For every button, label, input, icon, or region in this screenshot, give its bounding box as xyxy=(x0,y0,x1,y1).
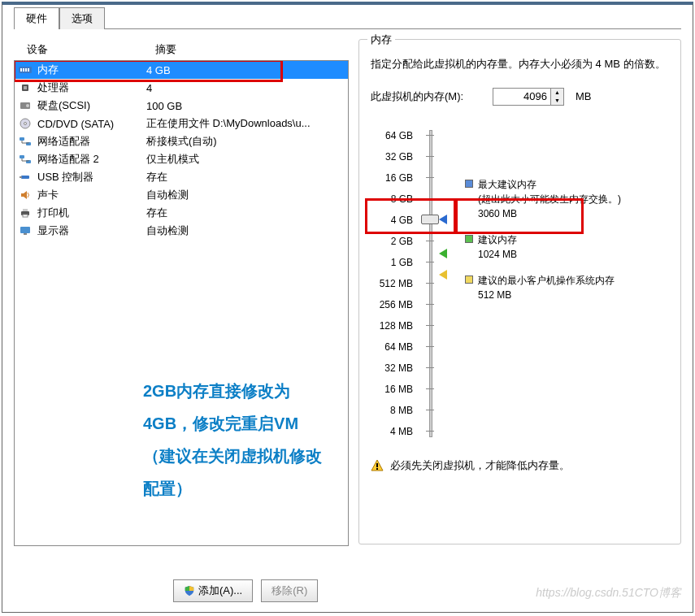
scale-label: 8 GB xyxy=(371,189,413,210)
annotation-overlay: 2GB内存直接修改为4GB，修改完重启VM（建议在关闭虚拟机修改配置） xyxy=(137,370,328,510)
device-row-net[interactable]: 网络适配器 2仅主机模式 xyxy=(15,150,348,168)
memory-unit: MB xyxy=(576,90,592,102)
scale-label: 128 MB xyxy=(371,315,413,336)
device-name: USB 控制器 xyxy=(37,170,146,184)
warning-text: 必须先关闭虚拟机，才能降低内存量。 xyxy=(390,458,570,473)
net-icon xyxy=(18,153,33,166)
memory-slider-handle[interactable] xyxy=(421,215,439,224)
legend-max-title: 最大建议内存 xyxy=(478,177,621,192)
device-summary: 100 GB xyxy=(146,100,345,112)
device-row-disk[interactable]: 硬盘(SCSI)100 GB xyxy=(15,97,348,115)
legend-square-green xyxy=(465,235,473,243)
tab-hardware[interactable]: 硬件 xyxy=(14,7,59,29)
legend-min-title: 建议的最小客户机操作系统内存 xyxy=(478,273,615,288)
device-summary: 仅主机模式 xyxy=(146,152,345,167)
watermark: https://blog.csdn.51CTO博客 xyxy=(536,586,681,601)
device-name: 打印机 xyxy=(37,206,146,220)
device-name: 硬盘(SCSI) xyxy=(37,98,146,113)
tab-options[interactable]: 选项 xyxy=(59,7,105,29)
svg-rect-25 xyxy=(376,468,378,470)
scale-label: 32 MB xyxy=(371,358,413,379)
svg-marker-17 xyxy=(21,191,27,199)
device-name: 处理器 xyxy=(37,80,146,95)
scale-tick xyxy=(426,283,434,284)
device-row-usb[interactable]: USB 控制器存在 xyxy=(15,168,348,186)
scale-label: 16 GB xyxy=(371,167,413,189)
device-summary: 存在 xyxy=(146,170,345,184)
scale-tick xyxy=(426,262,434,262)
device-summary: 4 xyxy=(146,82,345,94)
device-summary: 4 GB xyxy=(146,64,345,76)
scale-tick xyxy=(426,367,434,368)
legend-rec-value: 1024 MB xyxy=(478,247,517,262)
disk-icon xyxy=(18,99,33,112)
scale-label: 64 MB xyxy=(371,336,413,358)
svg-rect-20 xyxy=(23,215,28,217)
scale-tick xyxy=(426,135,434,136)
svg-rect-4 xyxy=(28,68,29,72)
device-row-sound[interactable]: 声卡自动检测 xyxy=(15,186,348,204)
add-button[interactable]: 添加(A)... xyxy=(173,579,253,602)
memory-input-label: 此虚拟机的内存(M): xyxy=(371,89,481,104)
scale-label: 4 GB xyxy=(371,210,413,231)
legend-square-yellow xyxy=(465,275,473,284)
scale-tick xyxy=(426,325,434,326)
scale-tick xyxy=(426,177,434,178)
device-row-printer[interactable]: 打印机存在 xyxy=(15,204,348,222)
shield-icon xyxy=(184,585,195,596)
memory-scale: 64 GB32 GB16 GB8 GB4 GB2 GB1 GB512 MB256… xyxy=(371,125,413,442)
column-device: 设备 xyxy=(27,42,155,57)
column-summary: 摘要 xyxy=(155,42,176,57)
scale-label: 1 GB xyxy=(371,252,413,273)
legend-min-value: 512 MB xyxy=(478,288,615,302)
device-list: 内存4 GB处理器4硬盘(SCSI)100 GBCD/DVD (SATA)正在使… xyxy=(14,60,349,546)
marker-max-blue xyxy=(439,215,447,227)
scale-label: 32 GB xyxy=(371,146,413,167)
spinner-down[interactable]: ▼ xyxy=(551,97,563,105)
scale-label: 4 MB xyxy=(371,421,413,442)
scale-tick xyxy=(426,346,434,347)
usb-icon xyxy=(18,171,33,184)
svg-rect-6 xyxy=(24,86,27,89)
svg-rect-21 xyxy=(20,227,30,233)
svg-rect-11 xyxy=(20,137,24,141)
device-name: CD/DVD (SATA) xyxy=(37,118,146,130)
device-row-cpu[interactable]: 处理器4 xyxy=(15,79,348,97)
svg-point-8 xyxy=(26,104,29,107)
svg-rect-3 xyxy=(25,68,27,72)
remove-button: 移除(R) xyxy=(261,579,318,602)
display-icon xyxy=(18,224,33,237)
net-icon xyxy=(18,135,33,148)
device-summary: 存在 xyxy=(146,206,345,220)
scale-tick xyxy=(426,431,434,432)
device-row-memory[interactable]: 内存4 GB xyxy=(15,61,348,79)
scale-label: 256 MB xyxy=(371,294,413,315)
device-name: 网络适配器 xyxy=(37,134,146,149)
scale-tick xyxy=(426,410,434,410)
svg-rect-16 xyxy=(20,176,22,178)
memory-spinner[interactable]: ▲ ▼ xyxy=(551,88,564,106)
scale-tick xyxy=(426,388,434,389)
svg-rect-1 xyxy=(20,68,22,72)
svg-rect-24 xyxy=(376,463,378,467)
scale-label: 8 MB xyxy=(371,400,413,421)
svg-rect-13 xyxy=(20,155,24,158)
memory-slider-track[interactable] xyxy=(419,125,441,442)
memory-description: 指定分配给此虚拟机的内存量。内存大小必须为 4 MB 的倍数。 xyxy=(371,56,669,73)
spinner-up[interactable]: ▲ xyxy=(551,89,563,97)
device-row-display[interactable]: 显示器自动检测 xyxy=(15,222,348,240)
device-row-cd[interactable]: CD/DVD (SATA)正在使用文件 D:\MyDownloads\u... xyxy=(15,115,348,132)
scale-label: 2 GB xyxy=(371,231,413,252)
marker-min-yellow xyxy=(439,270,447,282)
warning-icon xyxy=(371,459,384,472)
device-summary: 自动检测 xyxy=(146,188,345,202)
legend-square-blue xyxy=(465,180,473,188)
marker-rec-green xyxy=(439,249,447,261)
device-name: 显示器 xyxy=(37,223,146,238)
cpu-icon xyxy=(18,81,33,94)
svg-rect-22 xyxy=(24,233,27,235)
device-row-net[interactable]: 网络适配器桥接模式(自动) xyxy=(15,132,348,150)
svg-point-10 xyxy=(24,123,27,125)
device-list-header: 设备 摘要 xyxy=(14,39,349,60)
memory-value-input[interactable] xyxy=(493,88,551,106)
